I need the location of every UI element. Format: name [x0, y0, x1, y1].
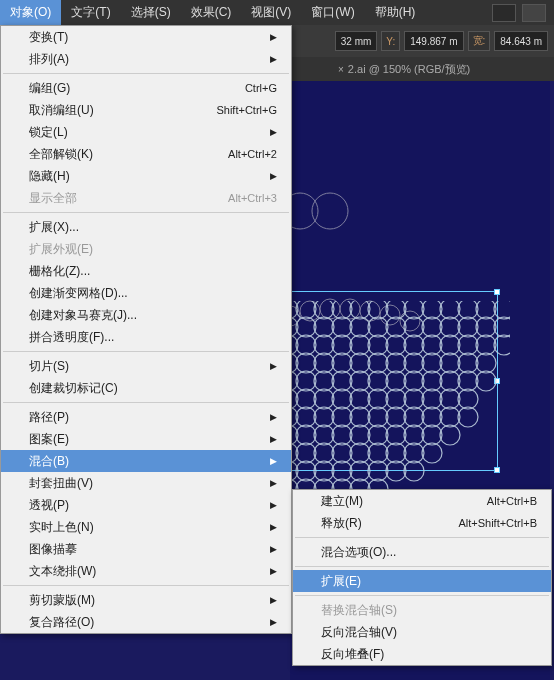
mi-replace-spine: 替换混合轴(S) — [293, 599, 551, 621]
layout-icon[interactable] — [522, 4, 546, 22]
mi-path[interactable]: 路径(P)▶ — [1, 406, 291, 428]
mi-slice[interactable]: 切片(S)▶ — [1, 355, 291, 377]
w-value[interactable]: 84.643 m — [494, 31, 548, 51]
mi-blend-expand[interactable]: 扩展(E) — [293, 570, 551, 592]
svg-point-11 — [314, 301, 334, 319]
mi-ungroup[interactable]: 取消编组(U)Shift+Ctrl+G — [1, 99, 291, 121]
menu-effect[interactable]: 效果(C) — [181, 0, 242, 26]
svg-point-20 — [476, 301, 496, 319]
x-value[interactable]: 32 mm — [335, 31, 378, 51]
svg-point-76 — [350, 389, 370, 409]
svg-point-30 — [422, 317, 442, 337]
menu-separator — [3, 351, 289, 352]
svg-point-102 — [422, 425, 442, 445]
menu-object[interactable]: 对象(O) — [0, 0, 61, 26]
menu-separator — [3, 585, 289, 586]
svg-point-41 — [386, 335, 406, 355]
mi-compound-path[interactable]: 复合路径(O)▶ — [1, 611, 291, 633]
mi-clipping-mask[interactable]: 剪切蒙版(M)▶ — [1, 589, 291, 611]
svg-point-18 — [440, 301, 460, 319]
mi-lock[interactable]: 锁定(L)▶ — [1, 121, 291, 143]
mi-hide[interactable]: 隐藏(H)▶ — [1, 165, 291, 187]
mi-blend-make[interactable]: 建立(M)Alt+Ctrl+B — [293, 490, 551, 512]
chevron-right-icon: ▶ — [270, 595, 277, 605]
svg-point-117 — [350, 461, 370, 481]
svg-point-73 — [296, 389, 316, 409]
svg-point-1 — [312, 193, 348, 229]
menu-type[interactable]: 文字(T) — [61, 0, 120, 26]
mi-reverse-spine[interactable]: 反向混合轴(V) — [293, 621, 551, 643]
mi-crop-marks[interactable]: 创建裁切标记(C) — [1, 377, 291, 399]
svg-point-85 — [314, 407, 334, 427]
mi-rasterize[interactable]: 栅格化(Z)... — [1, 260, 291, 282]
svg-point-99 — [368, 425, 388, 445]
svg-point-75 — [332, 389, 352, 409]
blend-submenu: 建立(M)Alt+Ctrl+B 释放(R)Alt+Shift+Ctrl+B 混合… — [292, 489, 552, 666]
svg-point-56 — [422, 353, 442, 373]
svg-point-79 — [404, 389, 424, 409]
menubar: 对象(O) 文字(T) 选择(S) 效果(C) 视图(V) 窗口(W) 帮助(H… — [0, 0, 554, 25]
svg-point-43 — [422, 335, 442, 355]
chevron-right-icon: ▶ — [270, 434, 277, 444]
mi-mosaic[interactable]: 创建对象马赛克(J)... — [1, 304, 291, 326]
mi-reverse-stack[interactable]: 反向堆叠(F) — [293, 643, 551, 665]
svg-point-69 — [440, 371, 460, 391]
mi-perspective[interactable]: 透视(P)▶ — [1, 494, 291, 516]
svg-point-23 — [296, 317, 316, 337]
svg-point-45 — [458, 335, 478, 355]
svg-point-97 — [332, 425, 352, 445]
mi-live-paint[interactable]: 实时上色(N)▶ — [1, 516, 291, 538]
mi-flatten[interactable]: 拼合透明度(F)... — [1, 326, 291, 348]
svg-point-116 — [332, 461, 352, 481]
svg-point-16 — [404, 301, 424, 319]
mi-blend[interactable]: 混合(B)▶ — [1, 450, 291, 472]
y-value[interactable]: 149.867 m — [404, 31, 463, 51]
chevron-right-icon: ▶ — [270, 412, 277, 422]
tab-label: 2.ai @ 150% (RGB/预览) — [348, 62, 470, 77]
menu-help[interactable]: 帮助(H) — [365, 0, 426, 26]
mi-expand[interactable]: 扩展(X)... — [1, 216, 291, 238]
mi-unlock-all[interactable]: 全部解锁(K)Alt+Ctrl+2 — [1, 143, 291, 165]
svg-point-61 — [296, 371, 316, 391]
mi-group[interactable]: 编组(G)Ctrl+G — [1, 77, 291, 99]
svg-point-115 — [314, 461, 334, 481]
svg-point-42 — [404, 335, 424, 355]
mi-envelope[interactable]: 封套扭曲(V)▶ — [1, 472, 291, 494]
mi-arrange[interactable]: 排列(A)▶ — [1, 48, 291, 70]
y-label: Y: — [381, 31, 400, 51]
svg-point-78 — [386, 389, 406, 409]
svg-point-51 — [332, 353, 352, 373]
svg-point-106 — [314, 443, 334, 463]
mi-blend-options[interactable]: 混合选项(O)... — [293, 541, 551, 563]
svg-point-39 — [350, 335, 370, 355]
menu-separator — [295, 566, 549, 567]
document-tab[interactable]: × 2.ai @ 150% (RGB/预览) — [330, 58, 478, 81]
svg-point-55 — [404, 353, 424, 373]
svg-point-14 — [368, 301, 388, 319]
svg-point-15 — [386, 301, 406, 319]
svg-point-37 — [314, 335, 334, 355]
svg-point-103 — [440, 425, 460, 445]
svg-point-13 — [350, 301, 370, 319]
object-menu: 变换(T)▶ 排列(A)▶ 编组(G)Ctrl+G 取消编组(U)Shift+C… — [0, 25, 292, 634]
svg-point-36 — [296, 335, 316, 355]
mi-image-trace[interactable]: 图像描摹▶ — [1, 538, 291, 560]
svg-point-17 — [422, 301, 442, 319]
close-icon[interactable]: × — [338, 64, 344, 75]
menu-window[interactable]: 窗口(W) — [301, 0, 364, 26]
svg-point-81 — [440, 389, 460, 409]
mi-text-wrap[interactable]: 文本绕排(W)▶ — [1, 560, 291, 582]
mi-transform[interactable]: 变换(T)▶ — [1, 26, 291, 48]
svg-point-89 — [386, 407, 406, 427]
svg-point-12 — [332, 301, 352, 319]
mi-gradient-mesh[interactable]: 创建渐变网格(D)... — [1, 282, 291, 304]
menu-select[interactable]: 选择(S) — [121, 0, 181, 26]
workspace-icon[interactable] — [492, 4, 516, 22]
svg-point-46 — [476, 335, 496, 355]
menu-view[interactable]: 视图(V) — [241, 0, 301, 26]
mi-blend-release[interactable]: 释放(R)Alt+Shift+Ctrl+B — [293, 512, 551, 534]
mi-pattern[interactable]: 图案(E)▶ — [1, 428, 291, 450]
svg-point-80 — [422, 389, 442, 409]
svg-point-38 — [332, 335, 352, 355]
svg-point-82 — [458, 389, 478, 409]
